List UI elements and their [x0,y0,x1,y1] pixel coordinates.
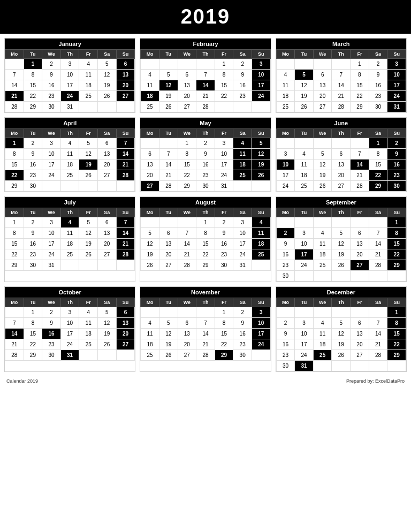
day-cell [98,350,117,361]
day-cell: 26 [159,350,178,361]
cal-table-december: MoTuWeThFrSaSu12345678910111213141516171… [276,298,406,371]
week-row: 14151617181920 [5,329,135,339]
day-cell: 27 [351,350,369,361]
day-cell [369,361,387,371]
day-header-tu: Tu [24,129,42,138]
day-cell: 30 [276,361,295,371]
day-cell: 19 [79,239,98,249]
day-cell [159,59,178,70]
week-row: 78910111213 [5,318,135,329]
day-header-sa: Sa [233,208,252,217]
cal-table-may: MoTuWeThFrSaSu12345678910111213141516171… [140,128,270,192]
day-header-fr: Fr [215,50,233,59]
day-cell [351,307,369,318]
day-cell: 1 [215,307,233,318]
day-cell [141,59,159,70]
day-cell [276,217,295,228]
day-header-mo: Mo [5,50,24,59]
day-cell: 17 [42,239,61,249]
week-row: 23242526272829 [276,260,406,271]
day-cell: 16 [42,80,61,91]
month-title-february: February [140,39,270,49]
day-cell [295,59,314,70]
day-cell [252,260,270,271]
day-cell: 19 [332,339,351,350]
day-header-fr: Fr [351,208,369,217]
day-cell: 23 [42,339,61,350]
day-header-we: We [42,129,61,138]
day-cell: 24 [252,339,270,350]
day-cell: 2 [42,307,61,318]
day-cell: 9 [42,318,61,329]
day-cell: 20 [313,91,332,102]
month-december: DecemberMoTuWeThFrSaSu123456789101112131… [276,286,407,372]
day-cell: 29 [369,181,387,192]
day-cell: 11 [79,318,98,329]
day-cell: 1 [387,217,406,228]
day-cell: 4 [60,138,79,149]
day-cell: 21 [332,91,351,102]
day-cell: 13 [351,239,369,249]
day-cell: 11 [60,149,79,159]
day-cell: 13 [178,80,196,91]
day-cell: 8 [369,149,387,159]
day-cell: 28 [369,260,387,271]
day-cell [313,138,332,149]
week-row: 1234567 [5,138,135,149]
day-cell: 26 [332,260,351,271]
week-row: 9101112131415 [276,329,406,339]
day-cell: 12 [79,228,98,239]
day-header-we: We [178,298,196,307]
week-row: 891011121314 [5,228,135,239]
day-cell: 1 [215,59,233,70]
week-row: 15161718192021 [5,159,135,170]
week-row: 16171819202122 [276,339,406,350]
day-cell: 2 [24,217,42,228]
day-cell: 26 [79,170,98,181]
day-cell: 12 [98,70,117,80]
day-cell: 24 [233,249,252,260]
week-row: 13141516171819 [141,159,270,170]
day-cell [79,181,98,192]
day-header-we: We [42,208,61,217]
week-row: 262728293031 [141,260,270,271]
day-cell: 20 [332,170,351,181]
day-cell: 11 [276,80,295,91]
day-cell: 24 [295,260,314,271]
day-cell: 3 [42,138,61,149]
day-cell: 9 [276,329,295,339]
day-cell: 7 [5,318,24,329]
day-header-fr: Fr [215,129,233,138]
day-header-we: We [42,298,61,307]
day-cell: 18 [141,91,159,102]
day-cell: 9 [387,149,406,159]
month-title-november: November [140,287,270,298]
day-cell: 2 [369,59,387,70]
day-cell: 17 [276,170,295,181]
day-header-th: Th [332,208,351,217]
day-cell: 16 [24,159,42,170]
day-cell: 4 [313,228,332,239]
day-cell: 28 [116,249,135,260]
cal-table-january: MoTuWeThFrSaSu12345678910111213141516171… [5,49,135,112]
day-cell: 11 [233,149,252,159]
day-cell [178,307,196,318]
day-cell: 28 [351,181,369,192]
week-row: 45678910 [141,70,270,80]
day-cell: 3 [233,217,252,228]
day-header-tu: Tu [24,50,42,59]
month-may: MayMoTuWeThFrSaSu12345678910111213141516… [140,117,271,192]
day-cell: 20 [351,339,369,350]
day-header-th: Th [60,50,79,59]
day-header-sa: Sa [369,129,387,138]
day-cell: 25 [252,249,270,260]
day-cell: 14 [5,80,24,91]
day-cell: 27 [178,350,196,361]
week-row: 18192021222324 [141,91,270,102]
day-header-mo: Mo [276,298,295,307]
month-title-october: October [5,287,135,298]
day-cell: 1 [178,138,196,149]
day-cell: 5 [141,228,159,239]
day-header-we: We [313,129,332,138]
day-cell: 18 [252,239,270,249]
